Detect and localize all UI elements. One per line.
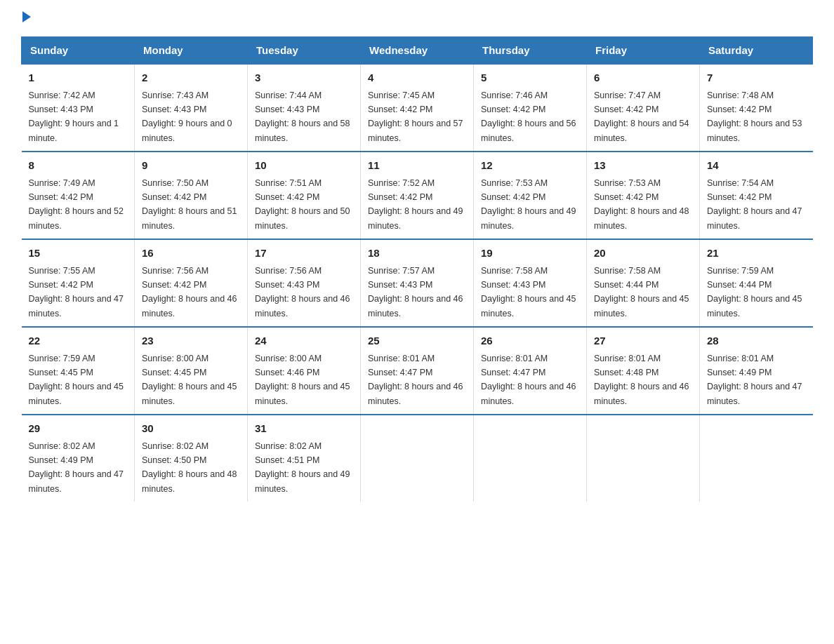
calendar-cell: 12 Sunrise: 7:53 AMSunset: 4:42 PMDaylig… — [474, 152, 587, 239]
calendar-cell: 21 Sunrise: 7:59 AMSunset: 4:44 PMDaylig… — [700, 239, 813, 327]
calendar-cell: 3 Sunrise: 7:44 AMSunset: 4:43 PMDayligh… — [248, 64, 361, 152]
day-number: 7 — [707, 70, 806, 86]
calendar-week-row: 22 Sunrise: 7:59 AMSunset: 4:45 PMDaylig… — [22, 327, 813, 415]
calendar-header: SundayMondayTuesdayWednesdayThursdayFrid… — [22, 37, 813, 65]
weekday-header-wednesday: Wednesday — [361, 37, 474, 65]
day-info: Sunrise: 8:01 AMSunset: 4:48 PMDaylight:… — [594, 354, 689, 406]
day-info: Sunrise: 7:58 AMSunset: 4:44 PMDaylight:… — [594, 266, 689, 318]
calendar-cell — [700, 415, 813, 502]
calendar-week-row: 8 Sunrise: 7:49 AMSunset: 4:42 PMDayligh… — [22, 152, 813, 239]
weekday-header-friday: Friday — [587, 37, 700, 65]
calendar-cell: 25 Sunrise: 8:01 AMSunset: 4:47 PMDaylig… — [361, 327, 474, 415]
day-number: 9 — [142, 158, 240, 174]
day-number: 20 — [594, 246, 692, 262]
day-info: Sunrise: 7:43 AMSunset: 4:43 PMDaylight:… — [142, 90, 232, 143]
day-info: Sunrise: 7:59 AMSunset: 4:45 PMDaylight:… — [29, 354, 124, 406]
calendar-cell: 30 Sunrise: 8:02 AMSunset: 4:50 PMDaylig… — [135, 415, 248, 502]
day-number: 1 — [29, 70, 128, 86]
calendar-cell: 4 Sunrise: 7:45 AMSunset: 4:42 PMDayligh… — [361, 64, 474, 152]
day-number: 27 — [594, 333, 692, 349]
days-of-week-row: SundayMondayTuesdayWednesdayThursdayFrid… — [22, 37, 813, 65]
day-number: 21 — [707, 246, 806, 262]
calendar-cell — [587, 415, 700, 502]
calendar-cell: 31 Sunrise: 8:02 AMSunset: 4:51 PMDaylig… — [248, 415, 361, 502]
day-number: 6 — [594, 70, 692, 86]
weekday-header-thursday: Thursday — [474, 37, 587, 65]
calendar-cell: 6 Sunrise: 7:47 AMSunset: 4:42 PMDayligh… — [587, 64, 700, 152]
weekday-header-monday: Monday — [135, 37, 248, 65]
calendar-cell: 17 Sunrise: 7:56 AMSunset: 4:43 PMDaylig… — [248, 239, 361, 327]
calendar-cell: 5 Sunrise: 7:46 AMSunset: 4:42 PMDayligh… — [474, 64, 587, 152]
calendar-cell: 23 Sunrise: 8:00 AMSunset: 4:45 PMDaylig… — [135, 327, 248, 415]
day-number: 24 — [255, 333, 353, 349]
day-info: Sunrise: 7:57 AMSunset: 4:43 PMDaylight:… — [368, 266, 463, 318]
day-info: Sunrise: 7:53 AMSunset: 4:42 PMDaylight:… — [481, 178, 576, 231]
calendar-cell: 28 Sunrise: 8:01 AMSunset: 4:49 PMDaylig… — [700, 327, 813, 415]
calendar-cell: 16 Sunrise: 7:56 AMSunset: 4:42 PMDaylig… — [135, 239, 248, 327]
day-number: 3 — [255, 70, 353, 86]
day-info: Sunrise: 7:42 AMSunset: 4:43 PMDaylight:… — [29, 90, 119, 143]
day-number: 12 — [481, 158, 579, 174]
day-number: 5 — [481, 70, 579, 86]
day-number: 28 — [707, 333, 806, 349]
calendar-cell: 13 Sunrise: 7:53 AMSunset: 4:42 PMDaylig… — [587, 152, 700, 239]
day-info: Sunrise: 8:00 AMSunset: 4:46 PMDaylight:… — [255, 354, 350, 406]
day-number: 18 — [368, 246, 466, 262]
weekday-header-sunday: Sunday — [22, 37, 135, 65]
day-info: Sunrise: 7:47 AMSunset: 4:42 PMDaylight:… — [594, 90, 689, 143]
calendar-cell: 29 Sunrise: 8:02 AMSunset: 4:49 PMDaylig… — [22, 415, 135, 502]
day-info: Sunrise: 7:46 AMSunset: 4:42 PMDaylight:… — [481, 90, 576, 143]
day-info: Sunrise: 8:00 AMSunset: 4:45 PMDaylight:… — [142, 354, 237, 406]
calendar-cell: 1 Sunrise: 7:42 AMSunset: 4:43 PMDayligh… — [22, 64, 135, 152]
day-number: 26 — [481, 333, 579, 349]
day-info: Sunrise: 7:59 AMSunset: 4:44 PMDaylight:… — [707, 266, 802, 318]
day-number: 23 — [142, 333, 240, 349]
calendar-cell: 11 Sunrise: 7:52 AMSunset: 4:42 PMDaylig… — [361, 152, 474, 239]
day-info: Sunrise: 7:55 AMSunset: 4:42 PMDaylight:… — [29, 266, 124, 318]
day-info: Sunrise: 7:51 AMSunset: 4:42 PMDaylight:… — [255, 178, 350, 231]
day-number: 30 — [142, 421, 240, 437]
calendar-week-row: 29 Sunrise: 8:02 AMSunset: 4:49 PMDaylig… — [22, 415, 813, 502]
calendar-cell: 10 Sunrise: 7:51 AMSunset: 4:42 PMDaylig… — [248, 152, 361, 239]
page-header — [21, 14, 813, 22]
calendar-cell: 8 Sunrise: 7:49 AMSunset: 4:42 PMDayligh… — [22, 152, 135, 239]
day-number: 16 — [142, 246, 240, 262]
calendar-cell — [361, 415, 474, 502]
logo-arrow-icon — [22, 11, 31, 22]
calendar-cell: 20 Sunrise: 7:58 AMSunset: 4:44 PMDaylig… — [587, 239, 700, 327]
weekday-header-saturday: Saturday — [700, 37, 813, 65]
day-info: Sunrise: 7:53 AMSunset: 4:42 PMDaylight:… — [594, 178, 689, 231]
day-info: Sunrise: 8:01 AMSunset: 4:47 PMDaylight:… — [368, 354, 463, 406]
calendar-cell — [474, 415, 587, 502]
calendar-cell: 24 Sunrise: 8:00 AMSunset: 4:46 PMDaylig… — [248, 327, 361, 415]
calendar-cell: 15 Sunrise: 7:55 AMSunset: 4:42 PMDaylig… — [22, 239, 135, 327]
day-info: Sunrise: 7:56 AMSunset: 4:42 PMDaylight:… — [142, 266, 237, 318]
day-info: Sunrise: 8:02 AMSunset: 4:49 PMDaylight:… — [29, 441, 124, 494]
weekday-header-tuesday: Tuesday — [248, 37, 361, 65]
calendar-cell: 9 Sunrise: 7:50 AMSunset: 4:42 PMDayligh… — [135, 152, 248, 239]
day-info: Sunrise: 7:58 AMSunset: 4:43 PMDaylight:… — [481, 266, 576, 318]
day-info: Sunrise: 7:56 AMSunset: 4:43 PMDaylight:… — [255, 266, 350, 318]
day-number: 11 — [368, 158, 466, 174]
day-info: Sunrise: 8:01 AMSunset: 4:47 PMDaylight:… — [481, 354, 576, 406]
calendar-cell: 14 Sunrise: 7:54 AMSunset: 4:42 PMDaylig… — [700, 152, 813, 239]
calendar-cell: 26 Sunrise: 8:01 AMSunset: 4:47 PMDaylig… — [474, 327, 587, 415]
calendar-week-row: 15 Sunrise: 7:55 AMSunset: 4:42 PMDaylig… — [22, 239, 813, 327]
calendar-cell: 7 Sunrise: 7:48 AMSunset: 4:42 PMDayligh… — [700, 64, 813, 152]
day-number: 10 — [255, 158, 353, 174]
calendar-cell: 22 Sunrise: 7:59 AMSunset: 4:45 PMDaylig… — [22, 327, 135, 415]
day-number: 13 — [594, 158, 692, 174]
day-info: Sunrise: 7:54 AMSunset: 4:42 PMDaylight:… — [707, 178, 802, 231]
day-number: 15 — [29, 246, 128, 262]
day-info: Sunrise: 7:50 AMSunset: 4:42 PMDaylight:… — [142, 178, 237, 231]
day-info: Sunrise: 7:49 AMSunset: 4:42 PMDaylight:… — [29, 178, 124, 231]
logo — [21, 14, 31, 22]
calendar-body: 1 Sunrise: 7:42 AMSunset: 4:43 PMDayligh… — [22, 64, 813, 502]
day-number: 25 — [368, 333, 466, 349]
day-info: Sunrise: 7:45 AMSunset: 4:42 PMDaylight:… — [368, 90, 463, 143]
calendar-cell: 19 Sunrise: 7:58 AMSunset: 4:43 PMDaylig… — [474, 239, 587, 327]
day-info: Sunrise: 7:44 AMSunset: 4:43 PMDaylight:… — [255, 90, 350, 143]
day-info: Sunrise: 8:02 AMSunset: 4:50 PMDaylight:… — [142, 441, 237, 494]
day-number: 31 — [255, 421, 353, 437]
day-info: Sunrise: 7:48 AMSunset: 4:42 PMDaylight:… — [707, 90, 802, 143]
